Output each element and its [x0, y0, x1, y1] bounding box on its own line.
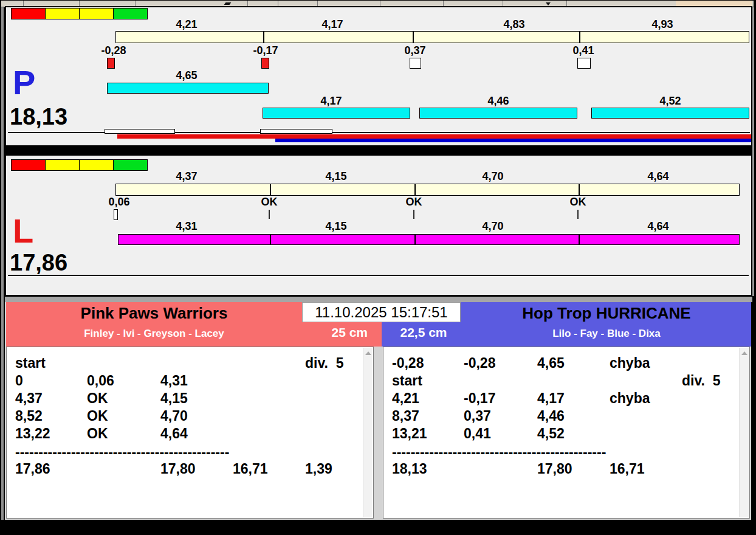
datetime-display: 11.10.2025 15:17:51	[302, 302, 461, 322]
log-cell: 1,39	[305, 461, 332, 477]
log-cell: 0	[15, 373, 23, 389]
log-cell: 16,71	[233, 461, 268, 477]
progress-blue-bar	[275, 139, 751, 142]
dog-time-label: 4,52	[640, 95, 701, 108]
split-divider	[579, 32, 580, 43]
chevron-down-icon[interactable]	[546, 2, 551, 5]
lane-p-letter: P	[13, 66, 35, 100]
log-totals-row: 17,86 17,80 16,71 1,39	[7, 461, 373, 478]
log-cell: 4,15	[160, 390, 188, 407]
legend-yellow-block	[45, 8, 80, 19]
start-mark-label: 0,37	[385, 45, 445, 57]
log-separator: ----------------------------------------…	[15, 444, 229, 461]
lane-l-letter: L	[13, 214, 33, 248]
log-cell: -0,28	[392, 355, 424, 371]
start-mark-label: -0,17	[235, 45, 296, 57]
team-right-dogs: Lilo - Fay - Blue - Dixa	[462, 328, 751, 340]
log-cell: 4,70	[160, 408, 188, 424]
dog-time-label: 4,46	[468, 95, 529, 108]
start-mark-label: OK	[239, 196, 300, 209]
log-separator: ----------------------------------------…	[392, 444, 606, 461]
log-cell: OK	[87, 390, 108, 407]
lane-p-split-bar	[115, 31, 749, 43]
lane-l-total-time: 17,86	[10, 251, 67, 274]
dog-time-label: 4,70	[462, 221, 523, 233]
legend-green-block	[113, 8, 148, 19]
dog-time-label: 4,65	[156, 70, 217, 82]
window-frame-left	[1, 7, 4, 520]
log-cell: div. 5	[682, 373, 721, 389]
log-cell: 8,52	[15, 408, 43, 424]
log-cell: 18,13	[392, 461, 427, 477]
lane-l-dog-bar	[118, 234, 740, 245]
log-row: 0 0,06 4,31	[7, 373, 373, 390]
results-section: Pink Paws Warriors Finley - Ivi - Greyso…	[5, 302, 751, 520]
log-cell: 4,64	[160, 426, 188, 442]
log-row: 4,37 OK 4,15	[7, 390, 373, 407]
start-mark-label: OK	[383, 196, 444, 209]
team-right-name: Hop Trop HURRICANE	[462, 304, 751, 323]
split-time-label: 4,83	[484, 19, 545, 31]
log-cell: 4,21	[392, 390, 419, 407]
split-divider	[414, 235, 416, 244]
clean-marker	[114, 209, 118, 220]
log-cell: chyba	[610, 355, 650, 371]
log-cell: div. 5	[305, 355, 344, 371]
clean-marker	[577, 58, 591, 69]
log-cell: 0,37	[464, 408, 491, 424]
log-cell: 4,37	[15, 390, 43, 407]
team-right-height: 22,5 cm	[390, 325, 457, 340]
scroll-up-icon[interactable]	[365, 351, 371, 355]
scrollbar[interactable]	[739, 348, 749, 517]
split-divider	[263, 32, 264, 43]
legend-yellow-block	[79, 8, 114, 19]
fault-marker	[261, 58, 269, 69]
log-cell: 8,37	[392, 408, 419, 424]
scroll-up-icon[interactable]	[741, 351, 747, 355]
team-left-dogs: Finley - Ivi - Greyson - Lacey	[6, 328, 302, 340]
toolbar-glyph-icon[interactable]	[224, 2, 232, 5]
log-totals-row: 18,13 17,80 16,71	[383, 461, 749, 478]
team-left-height: 25 cm	[307, 325, 368, 340]
lane-l-split-bar	[115, 184, 740, 196]
log-cell: -0,28	[464, 355, 495, 371]
log-cell: 4,17	[537, 390, 565, 407]
team-left-name: Pink Paws Warriors	[6, 304, 302, 323]
log-cell: OK	[87, 408, 108, 424]
ok-tick-marker	[413, 210, 414, 219]
ok-tick-marker	[577, 210, 579, 219]
split-time-label: 4,70	[462, 171, 523, 183]
scrollbar[interactable]	[363, 348, 373, 517]
log-cell: 17,80	[160, 461, 196, 477]
split-divider	[270, 184, 271, 195]
split-time-label: 4,37	[156, 171, 217, 183]
dog-time-label: 4,31	[156, 221, 217, 233]
log-row: 8,37 0,37 4,46	[383, 408, 749, 425]
log-cell: 16,71	[610, 461, 645, 477]
legend-green-block	[113, 159, 148, 171]
section-divider	[5, 297, 752, 302]
log-cell: 4,52	[537, 426, 565, 442]
log-row: -0,28 -0,28 4,65 chyba	[383, 355, 749, 372]
log-row: start div. 5	[383, 373, 749, 390]
dog-run-bar	[107, 83, 269, 94]
log-cell: 0,06	[87, 373, 114, 389]
traffic-light-legend	[11, 159, 147, 171]
traffic-light-legend	[11, 8, 147, 19]
clean-marker	[410, 58, 421, 69]
log-cell: -0,17	[464, 390, 495, 407]
split-time-label: 4,64	[628, 171, 689, 183]
log-cell: OK	[87, 426, 108, 442]
log-cell: start	[392, 373, 422, 389]
log-cell: 17,80	[537, 461, 572, 477]
legend-yellow-block	[45, 159, 80, 171]
log-cell: 4,46	[537, 408, 565, 424]
split-time-label: 4,17	[302, 19, 363, 31]
fault-marker	[107, 58, 115, 69]
progress-red-bar	[117, 134, 751, 139]
legend-red-block	[11, 8, 46, 19]
log-cell: 17,86	[15, 461, 50, 477]
split-divider	[413, 32, 414, 43]
log-row: 4,21 -0,17 4,17 chyba	[383, 390, 749, 407]
panel-divider-line	[8, 275, 749, 276]
